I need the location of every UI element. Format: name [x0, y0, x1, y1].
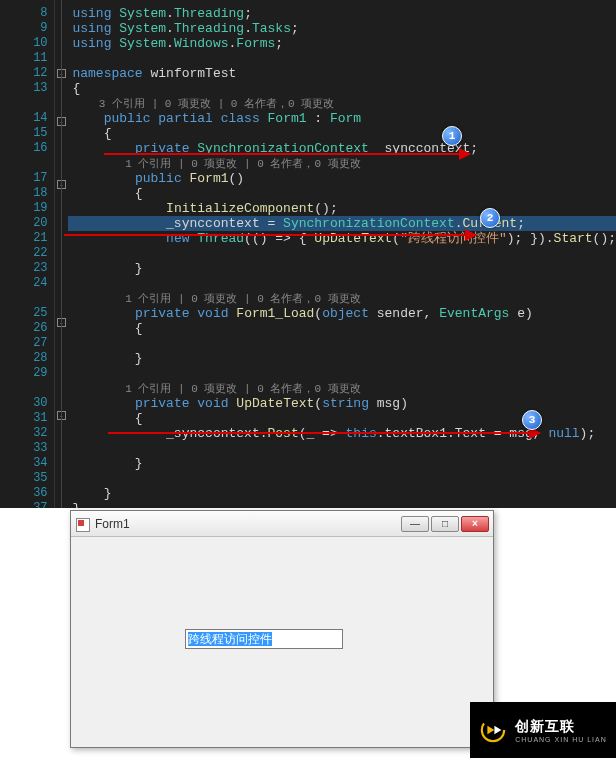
line-number: [0, 291, 54, 306]
line-number: 22: [0, 246, 54, 261]
app-icon: [75, 517, 89, 531]
fold-column: -----: [55, 0, 69, 508]
code-line[interactable]: using System.Windows.Forms;: [68, 36, 616, 51]
code-line[interactable]: {: [68, 81, 616, 96]
line-number: 8: [0, 6, 54, 21]
code-line[interactable]: }: [68, 456, 616, 471]
code-line[interactable]: [68, 471, 616, 486]
textbox1-value: 跨线程访问控件: [188, 632, 272, 646]
code-line[interactable]: {: [68, 186, 616, 201]
line-number: 26: [0, 321, 54, 336]
window-title: Form1: [95, 517, 130, 531]
code-line[interactable]: public Form1(): [68, 171, 616, 186]
line-number-gutter: 8910111213141516171819202122232425262728…: [0, 0, 55, 508]
code-line[interactable]: 1 个引用 | 0 项更改 | 0 名作者，0 项更改: [68, 381, 616, 396]
line-number: 28: [0, 351, 54, 366]
window-buttons: — □ ×: [401, 516, 489, 532]
line-number: 20: [0, 216, 54, 231]
maximize-button[interactable]: □: [431, 516, 459, 532]
watermark-cn: 创新互联: [515, 718, 607, 736]
code-line[interactable]: }: [68, 351, 616, 366]
code-line[interactable]: 1 个引用 | 0 项更改 | 0 名作者，0 项更改: [68, 291, 616, 306]
minimize-button[interactable]: —: [401, 516, 429, 532]
code-line[interactable]: [68, 336, 616, 351]
line-number: 36: [0, 486, 54, 501]
annotation-arrow-1: [104, 153, 470, 155]
code-line[interactable]: using System.Threading.Tasks;: [68, 21, 616, 36]
line-number: 35: [0, 471, 54, 486]
line-number: 12: [0, 66, 54, 81]
line-number: 31: [0, 411, 54, 426]
annotation-badge-1: 1: [442, 126, 462, 146]
code-line[interactable]: [68, 276, 616, 291]
annotation-arrow-2: [64, 234, 476, 236]
line-number: 15: [0, 126, 54, 141]
line-number: 27: [0, 336, 54, 351]
line-number: [0, 381, 54, 396]
line-number: 30: [0, 396, 54, 411]
code-line[interactable]: private void UpDateText(string msg): [68, 396, 616, 411]
code-line[interactable]: }: [68, 501, 616, 508]
line-number: 17: [0, 171, 54, 186]
line-number: 33: [0, 441, 54, 456]
code-line[interactable]: 1 个引用 | 0 项更改 | 0 名作者，0 项更改: [68, 156, 616, 171]
code-line[interactable]: _synccontext = SynchronizationContext.Cu…: [68, 216, 616, 231]
annotation-badge-2: 2: [480, 208, 500, 228]
line-number: 11: [0, 51, 54, 66]
line-number: 29: [0, 366, 54, 381]
code-line[interactable]: [68, 441, 616, 456]
annotation-badge-3: 3: [522, 410, 542, 430]
line-number: 18: [0, 186, 54, 201]
line-number: 10: [0, 36, 54, 51]
watermark: 创新互联 CHUANG XIN HU LIAN: [470, 702, 616, 758]
line-number: 16: [0, 141, 54, 156]
code-line[interactable]: public partial class Form1 : Form: [68, 111, 616, 126]
close-button[interactable]: ×: [461, 516, 489, 532]
code-line[interactable]: [68, 51, 616, 66]
watermark-logo-icon: [479, 716, 507, 744]
code-line[interactable]: InitializeComponent();: [68, 201, 616, 216]
line-number: 34: [0, 456, 54, 471]
line-number: 37: [0, 501, 54, 508]
client-area: 跨线程访问控件: [71, 537, 493, 747]
code-line[interactable]: }: [68, 261, 616, 276]
line-number: 13: [0, 81, 54, 96]
line-number: 23: [0, 261, 54, 276]
textbox1[interactable]: 跨线程访问控件: [185, 629, 343, 649]
code-line[interactable]: using System.Threading;: [68, 6, 616, 21]
line-number: [0, 96, 54, 111]
annotation-arrow-3: [108, 432, 540, 434]
code-line[interactable]: private void Form1_Load(object sender, E…: [68, 306, 616, 321]
line-number: 25: [0, 306, 54, 321]
line-number: 19: [0, 201, 54, 216]
code-line[interactable]: [68, 366, 616, 381]
line-number: 21: [0, 231, 54, 246]
code-line[interactable]: }: [68, 486, 616, 501]
code-line[interactable]: [68, 246, 616, 261]
line-number: 32: [0, 426, 54, 441]
line-number: [0, 156, 54, 171]
code-line[interactable]: 3 个引用 | 0 项更改 | 0 名作者，0 项更改: [68, 96, 616, 111]
code-line[interactable]: {: [68, 321, 616, 336]
titlebar[interactable]: Form1 — □ ×: [71, 511, 493, 537]
watermark-en: CHUANG XIN HU LIAN: [515, 736, 607, 743]
line-number: 14: [0, 111, 54, 126]
code-line[interactable]: {: [68, 126, 616, 141]
form1-window: Form1 — □ × 跨线程访问控件: [70, 510, 494, 748]
line-number: 9: [0, 21, 54, 36]
line-number: 24: [0, 276, 54, 291]
code-line[interactable]: namespace winformTest: [68, 66, 616, 81]
